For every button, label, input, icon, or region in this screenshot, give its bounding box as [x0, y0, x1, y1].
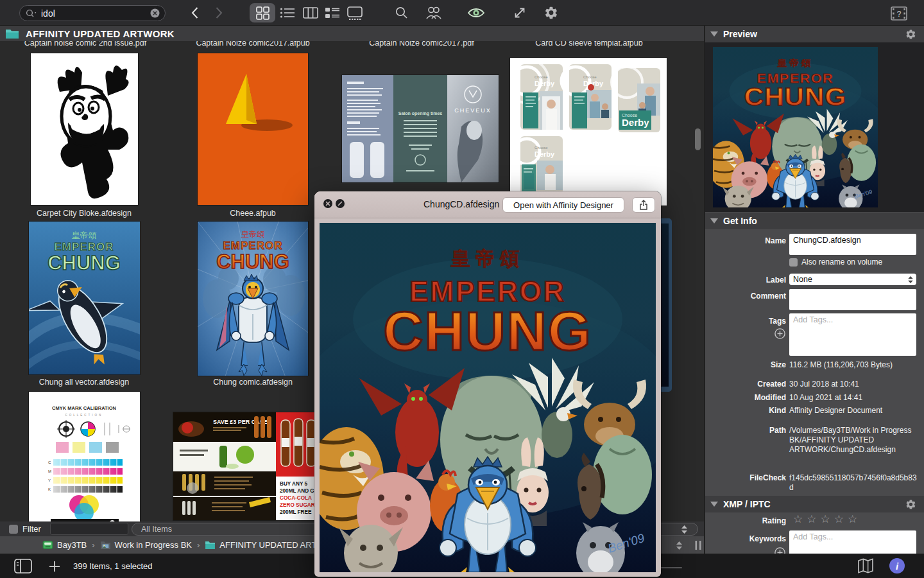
- folder-icon: [100, 540, 111, 550]
- rating-stars[interactable]: ☆☆☆☆☆: [793, 512, 861, 526]
- gear-icon[interactable]: [905, 29, 916, 40]
- item-count: 399 Items, 1 selected: [73, 561, 153, 571]
- share-button[interactable]: [632, 197, 655, 213]
- open-with-button[interactable]: Open with Affinity Designer: [502, 197, 624, 213]
- file-label[interactable]: Cheee.afpub: [173, 209, 333, 218]
- search-value[interactable]: idol: [41, 8, 147, 19]
- folder-icon: [5, 28, 19, 39]
- svg-text:CHUNG: CHUNG: [216, 250, 289, 273]
- filter-label: Filter: [22, 524, 41, 534]
- volume-icon: [42, 539, 53, 550]
- thumbnail-carpet-city-bloke[interactable]: [31, 53, 138, 205]
- toolbar: idol: [0, 0, 924, 26]
- thumbnail-coke-ads[interactable]: SAVE £3 PER CASE: [173, 412, 334, 520]
- inspector-panel: Preview Get Info Name ChungCD.afdesign A…: [704, 26, 924, 554]
- breadcrumb-separator: ›: [197, 540, 200, 550]
- details-view-button[interactable]: [323, 5, 341, 21]
- modified-value: 10 Aug 2021 at 14:41: [789, 393, 920, 403]
- star-icon[interactable]: ☆: [821, 513, 830, 525]
- path-value: /Volumes/Bay3TB/Work in Progress BK/AFFI…: [789, 426, 920, 455]
- sidebar-toggle-icon[interactable]: [14, 559, 32, 574]
- thumbnail-cmyk-calibration[interactable]: CMYK MARK CALIBRATION COLLECTION: [29, 392, 140, 521]
- thumbnail-chung-all-vector[interactable]: 皇帝頌 EMPEROR CHUNG: [29, 222, 140, 374]
- quicklook-image: 皇帝頌 EMPEROR CHUNG: [320, 223, 656, 572]
- find-button[interactable]: [393, 5, 411, 21]
- file-label[interactable]: Carpet City Bloke.afdesign: [4, 209, 164, 218]
- zoom-window-button[interactable]: [336, 199, 345, 208]
- quicklook-window[interactable]: ChungCD.afdesign Open with Affinity Desi…: [314, 191, 661, 577]
- divider-handle-icon[interactable]: [694, 541, 702, 550]
- stepper-icon[interactable]: [676, 541, 682, 550]
- svg-text:200ML FREE: 200ML FREE: [280, 509, 312, 515]
- back-button[interactable]: [187, 5, 201, 21]
- gear-icon[interactable]: [905, 499, 916, 510]
- star-icon[interactable]: ☆: [793, 513, 803, 525]
- rating-label: Rating: [710, 516, 786, 525]
- thumbnail-derby-leaflets[interactable]: Choose Derby Choose Derby: [510, 58, 667, 206]
- label-select[interactable]: None: [789, 274, 916, 285]
- grid-scrollbar-thumb[interactable]: [695, 128, 701, 150]
- xmp-section-header[interactable]: XMP / IPTC: [705, 496, 924, 512]
- filter-checkbox[interactable]: [9, 525, 18, 534]
- file-label[interactable]: Captain Noize comic2017.afpub: [173, 41, 333, 48]
- search-input[interactable]: idol: [19, 5, 166, 21]
- file-label[interactable]: Chung all vector.afdesign: [4, 378, 164, 387]
- columns-view-button[interactable]: [302, 5, 320, 21]
- gear-icon: [544, 6, 558, 20]
- people-button[interactable]: [425, 5, 444, 21]
- forward-button[interactable]: [212, 5, 226, 21]
- created-label: Created: [710, 380, 786, 389]
- star-icon[interactable]: ☆: [834, 513, 844, 525]
- rename-checkbox[interactable]: [789, 258, 798, 267]
- folder-title-bar: AFFINITY UPDATED ARTWORK: [0, 26, 704, 41]
- map-icon[interactable]: [857, 557, 875, 574]
- size-value: 116.2 MB (116,206,703 Bytes): [789, 360, 920, 370]
- close-button[interactable]: [323, 199, 332, 208]
- comment-field[interactable]: [789, 289, 916, 310]
- list-view-button[interactable]: [278, 5, 296, 21]
- name-field[interactable]: ChungCD.afdesign: [789, 234, 916, 255]
- file-label[interactable]: Chung comic.afdesign: [173, 378, 333, 387]
- folder-title: AFFINITY UPDATED ARTWORK: [26, 28, 175, 39]
- star-icon[interactable]: ☆: [848, 513, 857, 525]
- preview-image[interactable]: [713, 47, 878, 207]
- info-button[interactable]: i: [889, 557, 905, 574]
- path-label: Path: [710, 426, 786, 435]
- scope-value: All Items: [141, 525, 172, 534]
- preview-section-header[interactable]: Preview: [705, 26, 924, 42]
- add-button[interactable]: [49, 561, 60, 572]
- disclosure-triangle-icon[interactable]: [710, 502, 718, 507]
- keywords-field[interactable]: Add Tags...: [789, 530, 916, 554]
- tags-field[interactable]: Add Tags...: [789, 313, 916, 356]
- quicklook-button[interactable]: [466, 5, 486, 21]
- filter-input[interactable]: [50, 523, 128, 535]
- disclosure-triangle-icon[interactable]: [710, 31, 718, 37]
- unknown-media-button[interactable]: ?: [889, 5, 909, 22]
- file-label[interactable]: Captain Noize comic2017.pdf: [341, 41, 502, 48]
- kind-value: Affinity Designer Document: [789, 406, 920, 416]
- breadcrumb-item-parent[interactable]: Work in Progress BK: [115, 540, 192, 550]
- svg-text:SAVE £3 PER CASE: SAVE £3 PER CASE: [213, 419, 268, 425]
- expand-icon: [512, 5, 527, 21]
- grid-view-button[interactable]: [250, 3, 275, 22]
- file-label[interactable]: Card CD sleeve templat.afpub: [509, 41, 669, 48]
- preview-image-area: [705, 42, 924, 212]
- thumbnail-cheee[interactable]: [198, 53, 308, 205]
- grid-view-icon: [255, 5, 270, 21]
- rename-checkbox-label: Also rename on volume: [801, 258, 882, 267]
- disclosure-triangle-icon[interactable]: [710, 218, 718, 223]
- slideshow-view-button[interactable]: [345, 5, 364, 21]
- clear-search-icon[interactable]: [150, 8, 160, 18]
- quicklook-titlebar[interactable]: ChungCD.afdesign Open with Affinity Desi…: [314, 191, 661, 218]
- settings-button[interactable]: [543, 5, 560, 21]
- add-keyword-button[interactable]: [774, 547, 785, 554]
- quicklook-title: ChungCD.afdesign: [424, 199, 499, 209]
- thumbnail-chung-comic[interactable]: 皇帝頌 EMPEROR CHUNG: [198, 222, 308, 376]
- breadcrumb-item-volume[interactable]: Bay3TB: [57, 540, 87, 550]
- getinfo-section-header[interactable]: Get Info: [705, 213, 924, 229]
- file-label[interactable]: Captain noise comic 2nd issue.pdf: [5, 41, 166, 48]
- fullscreen-button[interactable]: [511, 5, 528, 21]
- add-tag-button[interactable]: [774, 328, 785, 339]
- star-icon[interactable]: ☆: [807, 513, 816, 525]
- thumbnail-salon-menu[interactable]: Salon opening times C: [342, 75, 499, 182]
